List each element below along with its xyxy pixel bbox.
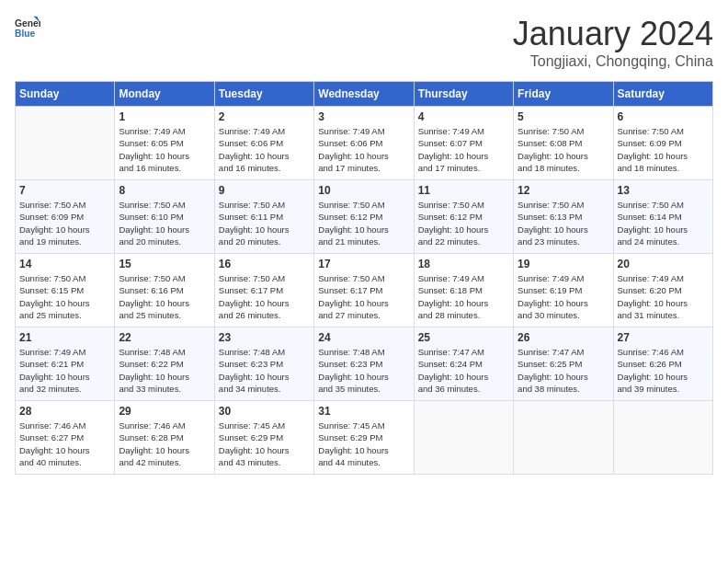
day-number: 23: [219, 331, 310, 344]
weekday-sunday: Sunday: [16, 82, 115, 107]
day-info: Sunrise: 7:50 AM Sunset: 6:17 PM Dayligh…: [219, 272, 310, 321]
calendar-cell: 6Sunrise: 7:50 AM Sunset: 6:09 PM Daylig…: [613, 107, 712, 180]
weekday-tuesday: Tuesday: [214, 82, 313, 107]
day-info: Sunrise: 7:47 AM Sunset: 6:24 PM Dayligh…: [418, 346, 509, 395]
day-info: Sunrise: 7:50 AM Sunset: 6:16 PM Dayligh…: [119, 272, 210, 321]
calendar-cell: [16, 107, 115, 180]
day-info: Sunrise: 7:50 AM Sunset: 6:13 PM Dayligh…: [518, 199, 609, 247]
day-info: Sunrise: 7:45 AM Sunset: 6:29 PM Dayligh…: [318, 419, 409, 468]
day-number: 29: [119, 405, 210, 418]
calendar-cell: 16Sunrise: 7:50 AM Sunset: 6:17 PM Dayli…: [214, 254, 313, 327]
day-number: 10: [318, 184, 409, 197]
day-info: Sunrise: 7:48 AM Sunset: 6:23 PM Dayligh…: [318, 346, 409, 395]
day-number: 15: [119, 258, 210, 270]
calendar-cell: 5Sunrise: 7:50 AM Sunset: 6:08 PM Daylig…: [514, 107, 613, 180]
day-info: Sunrise: 7:49 AM Sunset: 6:21 PM Dayligh…: [19, 346, 110, 395]
day-number: 26: [518, 331, 609, 344]
day-info: Sunrise: 7:50 AM Sunset: 6:15 PM Dayligh…: [19, 272, 110, 321]
calendar-cell: 26Sunrise: 7:47 AM Sunset: 6:25 PM Dayli…: [514, 327, 613, 401]
calendar-cell: 1Sunrise: 7:49 AM Sunset: 6:05 PM Daylig…: [115, 107, 214, 180]
calendar-cell: 3Sunrise: 7:49 AM Sunset: 6:06 PM Daylig…: [314, 107, 414, 180]
day-number: 5: [518, 110, 609, 123]
calendar-cell: 31Sunrise: 7:45 AM Sunset: 6:29 PM Dayli…: [314, 401, 414, 475]
calendar-cell: 28Sunrise: 7:46 AM Sunset: 6:27 PM Dayli…: [16, 401, 115, 475]
day-number: 30: [219, 405, 310, 418]
day-number: 20: [618, 258, 709, 270]
location-title: Tongjiaxi, Chongqing, China: [513, 53, 713, 70]
calendar-cell: 27Sunrise: 7:46 AM Sunset: 6:26 PM Dayli…: [613, 327, 712, 401]
calendar-week-1: 1Sunrise: 7:49 AM Sunset: 6:05 PM Daylig…: [16, 107, 713, 180]
day-number: 9: [219, 184, 310, 197]
logo-icon: General Blue: [15, 15, 40, 40]
day-number: 14: [19, 258, 110, 270]
day-number: 24: [318, 331, 409, 344]
day-info: Sunrise: 7:49 AM Sunset: 6:18 PM Dayligh…: [418, 272, 509, 321]
day-info: Sunrise: 7:49 AM Sunset: 6:07 PM Dayligh…: [418, 125, 509, 174]
day-number: 17: [318, 258, 409, 270]
day-info: Sunrise: 7:45 AM Sunset: 6:29 PM Dayligh…: [219, 419, 310, 468]
calendar-cell: 25Sunrise: 7:47 AM Sunset: 6:24 PM Dayli…: [414, 327, 513, 401]
day-info: Sunrise: 7:50 AM Sunset: 6:14 PM Dayligh…: [618, 199, 709, 247]
weekday-header-row: SundayMondayTuesdayWednesdayThursdayFrid…: [16, 82, 713, 107]
day-number: 7: [19, 184, 110, 197]
day-info: Sunrise: 7:47 AM Sunset: 6:25 PM Dayligh…: [518, 346, 609, 395]
logo: General Blue: [15, 15, 40, 40]
calendar-cell: 22Sunrise: 7:48 AM Sunset: 6:22 PM Dayli…: [115, 327, 214, 401]
weekday-saturday: Saturday: [613, 82, 712, 107]
day-info: Sunrise: 7:48 AM Sunset: 6:22 PM Dayligh…: [119, 346, 210, 395]
day-number: 28: [19, 405, 110, 418]
calendar-cell: 29Sunrise: 7:46 AM Sunset: 6:28 PM Dayli…: [115, 401, 214, 475]
calendar-cell: 23Sunrise: 7:48 AM Sunset: 6:23 PM Dayli…: [214, 327, 313, 401]
calendar-week-5: 28Sunrise: 7:46 AM Sunset: 6:27 PM Dayli…: [16, 401, 713, 475]
calendar-cell: 17Sunrise: 7:50 AM Sunset: 6:17 PM Dayli…: [314, 254, 414, 327]
day-info: Sunrise: 7:50 AM Sunset: 6:17 PM Dayligh…: [318, 272, 409, 321]
weekday-wednesday: Wednesday: [314, 82, 414, 107]
day-info: Sunrise: 7:50 AM Sunset: 6:08 PM Dayligh…: [518, 125, 609, 174]
calendar-cell: 12Sunrise: 7:50 AM Sunset: 6:13 PM Dayli…: [514, 180, 613, 254]
calendar-cell: 2Sunrise: 7:49 AM Sunset: 6:06 PM Daylig…: [214, 107, 313, 180]
calendar-cell: 18Sunrise: 7:49 AM Sunset: 6:18 PM Dayli…: [414, 254, 513, 327]
day-info: Sunrise: 7:49 AM Sunset: 6:06 PM Dayligh…: [219, 125, 310, 174]
day-number: 3: [318, 110, 409, 123]
calendar-cell: 11Sunrise: 7:50 AM Sunset: 6:12 PM Dayli…: [414, 180, 513, 254]
calendar-cell: 4Sunrise: 7:49 AM Sunset: 6:07 PM Daylig…: [414, 107, 513, 180]
weekday-friday: Friday: [514, 82, 613, 107]
day-number: 31: [318, 405, 409, 418]
calendar-cell: [514, 401, 613, 475]
day-info: Sunrise: 7:46 AM Sunset: 6:26 PM Dayligh…: [618, 346, 709, 395]
day-number: 8: [119, 184, 210, 197]
calendar-cell: 8Sunrise: 7:50 AM Sunset: 6:10 PM Daylig…: [115, 180, 214, 254]
day-info: Sunrise: 7:50 AM Sunset: 6:12 PM Dayligh…: [418, 199, 509, 247]
weekday-thursday: Thursday: [414, 82, 513, 107]
day-number: 1: [119, 110, 210, 123]
calendar-week-2: 7Sunrise: 7:50 AM Sunset: 6:09 PM Daylig…: [16, 180, 713, 254]
calendar-cell: 21Sunrise: 7:49 AM Sunset: 6:21 PM Dayli…: [16, 327, 115, 401]
day-info: Sunrise: 7:50 AM Sunset: 6:11 PM Dayligh…: [219, 199, 310, 247]
calendar-cell: 24Sunrise: 7:48 AM Sunset: 6:23 PM Dayli…: [314, 327, 414, 401]
calendar-cell: 15Sunrise: 7:50 AM Sunset: 6:16 PM Dayli…: [115, 254, 214, 327]
calendar-cell: 7Sunrise: 7:50 AM Sunset: 6:09 PM Daylig…: [16, 180, 115, 254]
day-info: Sunrise: 7:46 AM Sunset: 6:28 PM Dayligh…: [119, 419, 210, 468]
day-info: Sunrise: 7:49 AM Sunset: 6:06 PM Dayligh…: [318, 125, 409, 174]
day-info: Sunrise: 7:46 AM Sunset: 6:27 PM Dayligh…: [19, 419, 110, 468]
calendar-cell: 20Sunrise: 7:49 AM Sunset: 6:20 PM Dayli…: [613, 254, 712, 327]
day-number: 19: [518, 258, 609, 270]
header: General Blue January 2024 Tongjiaxi, Cho…: [15, 15, 713, 70]
month-title: January 2024: [513, 15, 713, 53]
weekday-monday: Monday: [115, 82, 214, 107]
calendar-cell: [414, 401, 513, 475]
calendar-cell: 9Sunrise: 7:50 AM Sunset: 6:11 PM Daylig…: [214, 180, 313, 254]
day-number: 22: [119, 331, 210, 344]
day-info: Sunrise: 7:49 AM Sunset: 6:20 PM Dayligh…: [618, 272, 709, 321]
day-number: 25: [418, 331, 509, 344]
calendar-cell: 13Sunrise: 7:50 AM Sunset: 6:14 PM Dayli…: [613, 180, 712, 254]
day-number: 6: [618, 110, 709, 123]
day-number: 12: [518, 184, 609, 197]
day-number: 21: [19, 331, 110, 344]
calendar-week-3: 14Sunrise: 7:50 AM Sunset: 6:15 PM Dayli…: [16, 254, 713, 327]
day-info: Sunrise: 7:49 AM Sunset: 6:19 PM Dayligh…: [518, 272, 609, 321]
day-info: Sunrise: 7:50 AM Sunset: 6:12 PM Dayligh…: [318, 199, 409, 247]
day-info: Sunrise: 7:50 AM Sunset: 6:09 PM Dayligh…: [19, 199, 110, 247]
day-number: 13: [618, 184, 709, 197]
calendar-cell: 10Sunrise: 7:50 AM Sunset: 6:12 PM Dayli…: [314, 180, 414, 254]
